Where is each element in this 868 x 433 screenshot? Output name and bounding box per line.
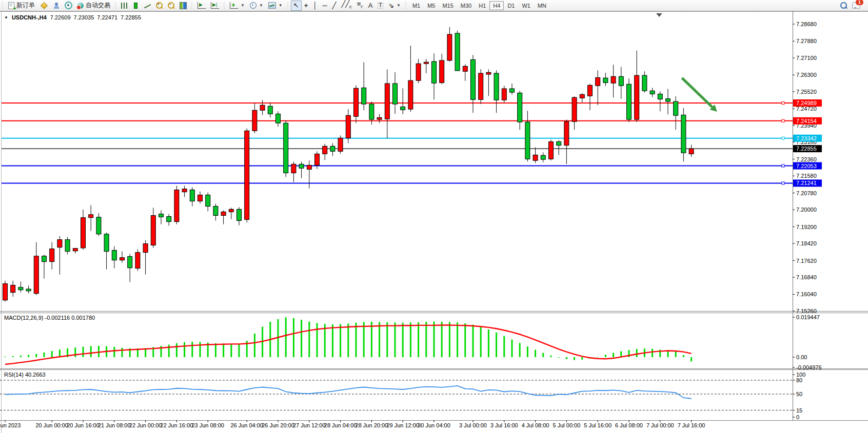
autotrading-label: 自动交易 <box>86 1 110 10</box>
new-order-label: 新订单 <box>16 1 35 10</box>
candle-body <box>525 122 530 159</box>
text-label-button[interactable]: T <box>375 1 386 11</box>
price-tick-label: 7.17620 <box>796 258 817 264</box>
tile-windows-button[interactable] <box>177 1 189 11</box>
candle-body <box>416 64 421 80</box>
bar-chart-button[interactable] <box>119 1 130 11</box>
macd-axis-label: 0.019447 <box>796 314 820 320</box>
macd-axis-label: -0.004976 <box>796 364 822 370</box>
candle-body <box>596 77 600 86</box>
search-button[interactable] <box>838 1 850 11</box>
candle-body <box>627 84 632 119</box>
chart-canvas[interactable]: 7.286807.278807.271007.263007.255207.247… <box>0 11 868 433</box>
market-person-icon <box>53 3 60 9</box>
candle-body <box>580 94 584 98</box>
price-tick-label: 7.24720 <box>796 106 817 112</box>
candle-body <box>642 75 647 91</box>
notification-badge: 1 <box>856 0 863 5</box>
crosshair-icon: + <box>304 2 308 9</box>
timeframe-h4[interactable]: H4 <box>489 1 504 10</box>
candle-body <box>237 209 242 220</box>
timeframe-mn[interactable]: MN <box>534 1 550 10</box>
candle-body <box>182 189 187 192</box>
periods-button[interactable]: ▼ <box>247 1 266 11</box>
candlestick-chart-button[interactable] <box>130 1 142 11</box>
rsi-title: RSI(14) <box>4 372 24 378</box>
fibonacci-icon: ≡ <box>357 1 363 10</box>
candle-body <box>89 215 93 218</box>
timeframe-m1[interactable]: M1 <box>409 1 424 10</box>
candle-body <box>260 105 265 110</box>
candle-body <box>424 62 428 64</box>
new-order-icon <box>8 2 14 9</box>
market-button[interactable] <box>51 1 62 11</box>
equidistant-channel-button[interactable]: ╱╱ <box>339 1 354 11</box>
hline-price-badge: 7.22053 <box>796 163 817 169</box>
toolbar-grip[interactable] <box>223 2 226 9</box>
timeframe-m30[interactable]: M30 <box>457 1 475 10</box>
horizontal-line-button[interactable]: ─ <box>320 1 329 11</box>
candle-body <box>229 209 233 212</box>
candle-body <box>338 138 343 151</box>
chart-symbol-period: USDCNH-,H4 <box>12 14 47 20</box>
symbol-dropdown-icon[interactable]: ▼ <box>4 15 8 20</box>
cursor-button[interactable]: ↖ <box>291 1 302 11</box>
indicators-button[interactable]: +▼ <box>227 1 247 11</box>
bar-chart-icon <box>121 3 127 9</box>
quote-high: 7.23035 <box>74 14 94 20</box>
crosshair-button[interactable]: + <box>302 1 311 11</box>
timeframe-m15[interactable]: M15 <box>439 1 457 10</box>
horizontal-line-icon: ─ <box>322 2 327 9</box>
chart-shift-button[interactable]: ▶| <box>208 1 222 11</box>
templates-button[interactable]: ▼ <box>266 1 285 11</box>
rsi-axis-label: 50 <box>796 391 802 397</box>
indicators-icon: + <box>230 2 238 9</box>
hline-price-badge: 7.21241 <box>796 180 817 186</box>
candle-body <box>401 107 405 110</box>
new-order-button[interactable]: 新订单 <box>6 1 37 11</box>
zoom-in-button[interactable]: + <box>153 1 165 11</box>
auto-scroll-button[interactable]: ▶ <box>195 1 208 11</box>
toolbar-grip[interactable] <box>286 2 290 9</box>
candle-body <box>26 289 31 291</box>
timeframe-h1[interactable]: H1 <box>475 1 489 10</box>
autotrading-button[interactable]: 自动交易 <box>75 1 113 11</box>
trendline-button[interactable]: ╱ <box>330 1 339 11</box>
price-tick-label: 7.18420 <box>796 240 817 246</box>
toolbar-grip[interactable] <box>1 2 5 9</box>
timeframe-d1[interactable]: D1 <box>504 1 518 10</box>
candle-body <box>104 234 109 252</box>
hline-handle <box>782 119 784 122</box>
fibonacci-button[interactable]: ≡ <box>354 1 366 11</box>
chart-window[interactable]: 7.286807.278807.271007.263007.255207.247… <box>0 11 868 433</box>
candle-body <box>572 97 577 121</box>
price-tick-label: 7.16840 <box>796 274 817 280</box>
arrows-icon: ⇘ <box>388 2 394 9</box>
vertical-line-button[interactable]: │ <box>310 1 320 11</box>
signals-button[interactable] <box>62 1 75 11</box>
arrows-button[interactable]: ⇘▼ <box>386 1 403 11</box>
candle-body <box>494 73 499 100</box>
metaeditor-button[interactable] <box>37 1 51 11</box>
time-tick-label: 3 Jul 00:00 <box>459 422 487 428</box>
hline-handle <box>782 102 784 105</box>
chart-shift-icon: ▶| <box>211 2 219 9</box>
line-chart-button[interactable] <box>142 1 153 11</box>
timeframe-m5[interactable]: M5 <box>424 1 439 10</box>
toolbar-grip[interactable] <box>190 2 194 9</box>
candle-body <box>486 72 491 74</box>
text-button[interactable]: A <box>366 1 376 11</box>
notifications-button[interactable]: 1 <box>850 1 863 11</box>
zoom-out-button[interactable]: − <box>165 1 177 11</box>
timeframe-w1[interactable]: W1 <box>518 1 534 10</box>
toolbar-grip[interactable] <box>404 2 408 9</box>
toolbar-grip[interactable] <box>114 2 117 9</box>
price-tick-label: 7.26300 <box>796 72 817 78</box>
tile-windows-icon <box>180 2 187 9</box>
price-tick-label: 7.20780 <box>796 190 817 196</box>
time-tick-label: 22 Jun 00:00 <box>129 422 162 428</box>
candle-body <box>619 76 623 86</box>
candle-body <box>11 285 15 293</box>
candle-body <box>502 89 506 100</box>
candle-body <box>143 244 148 253</box>
